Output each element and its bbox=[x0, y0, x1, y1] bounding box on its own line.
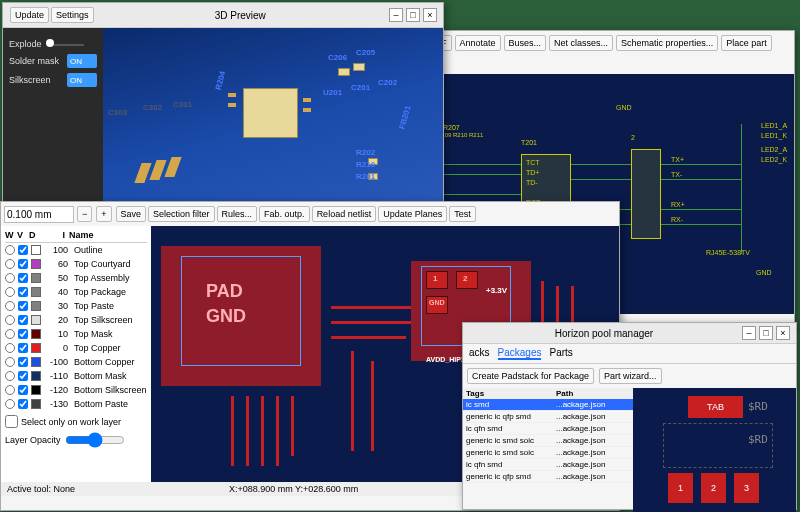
sidebar-3d: Explode Solder maskON SilkscreenON bbox=[3, 28, 103, 218]
sch-btn[interactable]: Annotate bbox=[455, 35, 501, 51]
update-button[interactable]: Update bbox=[10, 7, 49, 23]
window-3d-preview: Update Settings 3D Preview – □ × Explode… bbox=[2, 2, 444, 220]
settings-button[interactable]: Settings bbox=[51, 7, 94, 23]
layer-row[interactable]: 60 Top Courtyard bbox=[5, 257, 147, 271]
list-row[interactable]: generic ic smd soic...ackage.json bbox=[463, 435, 633, 447]
minimize-button[interactable]: – bbox=[742, 326, 756, 340]
brd-btn[interactable]: Fab. outp. bbox=[259, 206, 310, 222]
window-title: Horizon pool manager bbox=[469, 328, 739, 339]
list-row[interactable]: ic smd...ackage.json bbox=[463, 399, 633, 411]
canvas-3d[interactable]: C303 C302 C301 C206 C205 R204 U201 C201 … bbox=[103, 28, 443, 218]
tab-stacks[interactable]: acks bbox=[469, 347, 490, 360]
titlebar[interactable]: Update Settings 3D Preview – □ × bbox=[3, 3, 443, 28]
titlebar[interactable]: Horizon pool manager – □ × bbox=[463, 323, 796, 344]
list-row[interactable]: ic qfn smd...ackage.json bbox=[463, 423, 633, 435]
status-coord: X:+088.900 mm Y:+028.600 mm bbox=[229, 484, 358, 494]
part-wizard-button[interactable]: Part wizard... bbox=[599, 368, 662, 384]
grid-minus[interactable]: − bbox=[77, 206, 92, 222]
layers-panel: W V D I Name 100 Outline 60 Top Courtyar… bbox=[1, 226, 151, 482]
layer-row[interactable]: 50 Top Assembly bbox=[5, 271, 147, 285]
close-button[interactable]: × bbox=[776, 326, 790, 340]
grid-plus[interactable]: + bbox=[96, 206, 111, 222]
schematic-toolbar: Export PDFAnnotateBuses...Net classes...… bbox=[391, 31, 794, 74]
silkscreen-label: Silkscreen bbox=[9, 75, 51, 85]
list-row[interactable]: generic ic qfp smd...ackage.json bbox=[463, 471, 633, 483]
brd-btn[interactable]: Test bbox=[449, 206, 476, 222]
sch-btn[interactable]: Schematic properties... bbox=[616, 35, 718, 51]
window-title: 3D Preview bbox=[95, 10, 386, 21]
create-padstack-button[interactable]: Create Padstack for Package bbox=[467, 368, 594, 384]
work-layer-only-checkbox[interactable] bbox=[5, 415, 18, 428]
package-list[interactable]: TagsPath ic smd...ackage.jsongeneric ic … bbox=[463, 388, 633, 512]
brd-btn[interactable]: Update Planes bbox=[378, 206, 447, 222]
list-row[interactable]: generic ic qfp smd...ackage.json bbox=[463, 411, 633, 423]
sch-btn[interactable]: Buses... bbox=[504, 35, 547, 51]
brd-btn[interactable]: Save bbox=[116, 206, 147, 222]
layer-row[interactable]: 0 Top Copper bbox=[5, 341, 147, 355]
list-row[interactable]: generic ic smd soic...ackage.json bbox=[463, 447, 633, 459]
brd-btn[interactable]: Reload netlist bbox=[312, 206, 377, 222]
window-pool-manager: Horizon pool manager – □ × acks Packages… bbox=[462, 322, 797, 510]
maximize-button[interactable]: □ bbox=[759, 326, 773, 340]
sch-btn[interactable]: Net classes... bbox=[549, 35, 613, 51]
layer-row[interactable]: -110 Bottom Mask bbox=[5, 369, 147, 383]
layer-row[interactable]: 20 Top Silkscreen bbox=[5, 313, 147, 327]
footprint-preview[interactable]: TAB $RD $RD 1 2 3 bbox=[633, 388, 796, 512]
close-button[interactable]: × bbox=[423, 8, 437, 22]
layer-row[interactable]: 100 Outline bbox=[5, 243, 147, 257]
maximize-button[interactable]: □ bbox=[406, 8, 420, 22]
layer-row[interactable]: 30 Top Paste bbox=[5, 299, 147, 313]
layer-row[interactable]: -130 Bottom Paste bbox=[5, 397, 147, 411]
soldermask-toggle[interactable]: ON bbox=[67, 54, 97, 68]
brd-btn[interactable]: Rules... bbox=[217, 206, 258, 222]
layer-row[interactable]: -100 Bottom Copper bbox=[5, 355, 147, 369]
status-tool: Active tool: None bbox=[7, 484, 75, 494]
list-row[interactable]: ic qfn smd...ackage.json bbox=[463, 459, 633, 471]
silkscreen-toggle[interactable]: ON bbox=[67, 73, 97, 87]
grid-input[interactable] bbox=[4, 206, 74, 223]
explode-label: Explode bbox=[9, 39, 42, 49]
sch-btn[interactable]: Place part bbox=[721, 35, 772, 51]
board-toolbar: − + SaveSelection filterRules...Fab. out… bbox=[1, 202, 619, 226]
minimize-button[interactable]: – bbox=[389, 8, 403, 22]
layer-row[interactable]: 10 Top Mask bbox=[5, 327, 147, 341]
soldermask-label: Solder mask bbox=[9, 56, 59, 66]
brd-btn[interactable]: Selection filter bbox=[148, 206, 215, 222]
tabs: acks Packages Parts bbox=[463, 344, 796, 364]
opacity-slider[interactable] bbox=[65, 432, 125, 448]
layer-row[interactable]: 40 Top Package bbox=[5, 285, 147, 299]
layer-row[interactable]: -120 Bottom Silkscreen bbox=[5, 383, 147, 397]
tab-parts[interactable]: Parts bbox=[549, 347, 572, 360]
tab-packages[interactable]: Packages bbox=[498, 347, 542, 360]
